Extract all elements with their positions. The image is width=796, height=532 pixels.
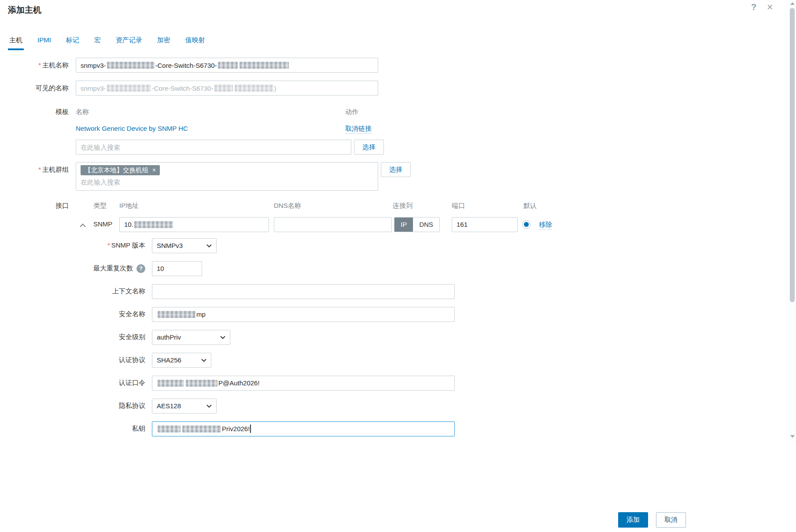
redacted-text: [107, 62, 155, 69]
redacted-text: [107, 85, 151, 92]
if-header-connect: 连接到: [393, 202, 413, 210]
tab-bar: 主机 IPMI 标记 宏 资产记录 加密 值映射: [8, 33, 206, 50]
snmp-interface-row: SNMP 10. IP DNS 移除: [76, 217, 691, 233]
redacted-text: [235, 85, 273, 92]
chip-remove-icon[interactable]: ×: [152, 167, 156, 173]
required-star: *: [38, 61, 41, 69]
template-action-header: 动作: [345, 108, 358, 116]
priv-key-label: 私钥: [0, 425, 152, 433]
snmp-version-label: *SNMP 版本: [0, 241, 152, 250]
max-repetitions-input[interactable]: [152, 261, 202, 276]
page-title: 添加主机: [8, 4, 41, 16]
auth-protocol-label: 认证协议: [0, 356, 152, 364]
host-name-label: *主机名称: [0, 61, 76, 70]
required-star: *: [38, 166, 41, 173]
tab-inventory[interactable]: 资产记录: [114, 33, 144, 50]
redacted-text: [240, 62, 289, 69]
connect-to-toggle: IP DNS: [394, 217, 440, 232]
redacted-text: [182, 425, 221, 432]
vertical-scrollbar[interactable]: [789, 0, 796, 441]
interface-port-input[interactable]: [452, 217, 518, 232]
required-star: *: [107, 241, 110, 249]
snmp-version-select[interactable]: SNMPv3: [152, 238, 217, 253]
connect-ip-button[interactable]: IP: [394, 218, 413, 232]
priv-key-field[interactable]: Priv2026!: [152, 421, 455, 436]
redacted-text: [134, 221, 173, 228]
scrollbar-thumb[interactable]: [790, 8, 795, 302]
privacy-protocol-select[interactable]: AES128: [152, 399, 217, 414]
host-groups-multiselect[interactable]: 【北京本地】交换机组 × 在此输入搜索: [76, 162, 378, 191]
host-group-chip-label: 【北京本地】交换机组: [85, 167, 148, 174]
collapse-chevron-up-icon[interactable]: [79, 222, 86, 229]
auth-passphrase-label: 认证口令: [0, 379, 152, 387]
templates-block: 名称 动作 Network Generic Device by SNMP HC …: [76, 103, 384, 155]
template-search-input[interactable]: [76, 140, 351, 155]
linked-template-link[interactable]: Network Generic Device by SNMP HC: [76, 125, 188, 132]
if-header-ip: IP地址: [119, 202, 139, 210]
security-level-select[interactable]: authPriv: [152, 330, 230, 345]
tab-ipmi[interactable]: IPMI: [36, 33, 52, 50]
host-groups-select-button[interactable]: 选择: [381, 162, 411, 177]
template-name-header: 名称: [76, 108, 89, 115]
interface-type-value: SNMP: [93, 220, 112, 228]
context-name-label: 上下文名称: [0, 287, 152, 296]
auth-protocol-select[interactable]: SHA256: [152, 353, 211, 368]
scrollbar-down-arrow-icon[interactable]: [790, 435, 795, 438]
dialog-footer: 添加 取消: [0, 512, 691, 528]
linked-template-row: Network Generic Device by SNMP HC 取消链接: [76, 125, 384, 133]
tab-encryption[interactable]: 加密: [156, 33, 172, 50]
host-groups-search-placeholder[interactable]: 在此输入搜索: [81, 178, 373, 187]
help-icon[interactable]: ?: [751, 1, 756, 13]
interface-ip-field[interactable]: 10.: [119, 217, 269, 232]
close-icon[interactable]: ×: [767, 1, 773, 13]
help-circle-icon[interactable]: ?: [136, 264, 145, 273]
tab-tags[interactable]: 标记: [65, 33, 81, 50]
add-button[interactable]: 添加: [618, 512, 648, 528]
text-cursor: [250, 425, 251, 433]
host-groups-label: *主机群组: [0, 162, 76, 174]
host-form: *主机名称 snmpv3--Core-Switch-S6730- 可见的名称 s…: [0, 58, 691, 444]
redacted-text: [186, 380, 217, 387]
security-level-label: 安全级别: [0, 333, 152, 341]
interface-block: 类型 IP地址 DNS名称 连接到 端口 默认 SNMP 10.: [76, 199, 691, 233]
interfaces-label: 接口: [0, 199, 76, 210]
host-group-chip: 【北京本地】交换机组 ×: [81, 165, 160, 175]
cancel-button[interactable]: 取消: [656, 512, 686, 528]
tab-valuemaps[interactable]: 值映射: [184, 33, 206, 50]
chevron-down-icon: [201, 358, 206, 362]
redacted-text: [214, 85, 233, 92]
if-header-port: 端口: [452, 202, 465, 210]
scrollbar-up-arrow-icon[interactable]: [790, 2, 795, 5]
tab-host[interactable]: 主机: [8, 33, 24, 50]
connect-dns-button[interactable]: DNS: [413, 218, 439, 232]
chevron-down-icon: [220, 336, 225, 339]
security-name-field[interactable]: mp: [152, 307, 455, 322]
host-name-text: -Core-Switch-S6730-: [155, 62, 217, 69]
security-name-label: 安全名称: [0, 310, 152, 318]
auth-passphrase-field[interactable]: P@Auth2026!: [152, 376, 455, 391]
redacted-text: [158, 425, 181, 432]
chevron-down-icon: [206, 404, 212, 408]
context-name-input[interactable]: [152, 284, 455, 299]
if-header-type: 类型: [93, 202, 107, 210]
add-host-dialog: 添加主机 ? × 主机 IPMI 标记 宏 资产记录 加密 值映射 *主机名称 …: [0, 0, 796, 532]
max-repetitions-label: 最大重复次数 ?: [0, 264, 152, 273]
template-select-button[interactable]: 选择: [354, 140, 384, 155]
if-header-default: 默认: [523, 202, 537, 210]
visible-name-label: 可见的名称: [0, 84, 76, 92]
host-name-field[interactable]: snmpv3--Core-Switch-S6730-: [76, 58, 378, 73]
redacted-text: [158, 311, 195, 318]
templates-label: 模板: [0, 103, 76, 116]
visible-name-field[interactable]: snmpv3--Core-Switch-S6730-): [76, 81, 378, 96]
privacy-protocol-label: 隐私协议: [0, 402, 152, 410]
remove-interface-link[interactable]: 移除: [539, 221, 552, 230]
tab-macros[interactable]: 宏: [93, 33, 102, 50]
interface-dns-field[interactable]: [274, 217, 392, 232]
chevron-down-icon: [206, 244, 212, 248]
unlink-template-link[interactable]: 取消链接: [345, 125, 372, 134]
redacted-text: [158, 380, 184, 387]
redacted-text: [218, 62, 238, 69]
if-header-dns: DNS名称: [274, 202, 301, 210]
host-name-text: snmpv3-: [81, 62, 106, 69]
default-interface-radio[interactable]: [522, 220, 531, 229]
